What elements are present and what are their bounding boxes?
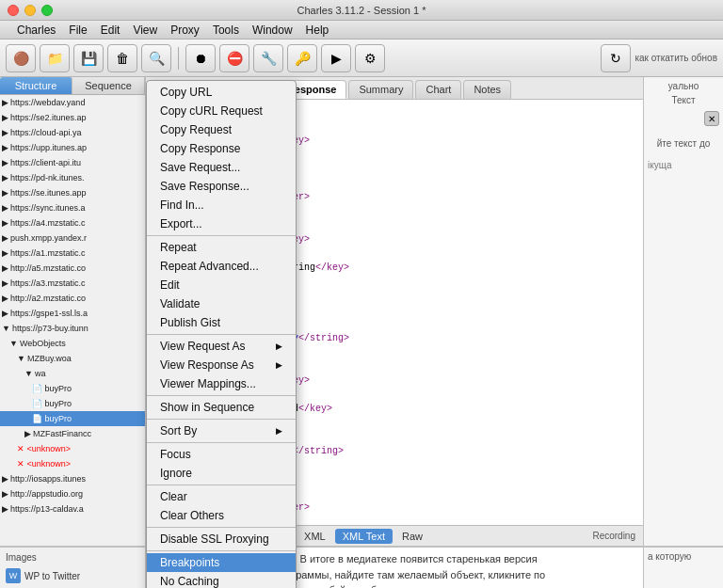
- toolbar-refresh-btn[interactable]: ↻: [601, 44, 631, 72]
- tree-item-buypro3[interactable]: 📄 buyPro: [0, 411, 145, 426]
- menu-window[interactable]: Window: [247, 24, 298, 37]
- tree-item-buypro1[interactable]: 📄 buyPro: [0, 381, 145, 396]
- tree-item-webdav[interactable]: ▶https://webdav.yand: [0, 95, 145, 110]
- close-panel-btn[interactable]: ✕: [704, 111, 719, 126]
- toolbar-sep1: [178, 47, 179, 70]
- window-title: Charles 3.11.2 - Session 1 *: [297, 5, 426, 16]
- format-xml-text[interactable]: XML Text: [335, 529, 393, 544]
- ctx-copy-response[interactable]: Copy Response: [147, 139, 296, 158]
- ctx-focus[interactable]: Focus: [147, 445, 296, 464]
- ctx-sep2: [147, 334, 296, 335]
- tree-item-p73[interactable]: ▼https://p73-buy.itunn: [0, 321, 145, 336]
- ctx-sort-by[interactable]: Sort By ▶: [147, 421, 296, 440]
- bottom-left: Images W WP to Twitter Свернуть меню: [0, 548, 146, 588]
- format-xml[interactable]: XML: [297, 529, 333, 544]
- tab-structure[interactable]: Structure: [0, 77, 72, 94]
- ctx-save-request[interactable]: Save Request...: [147, 158, 296, 177]
- ctx-sep6: [147, 485, 296, 485]
- ctx-clear[interactable]: Clear: [147, 487, 296, 506]
- tree-item-mzfast[interactable]: ▶MZFastFinancc: [0, 426, 145, 441]
- ctx-no-caching[interactable]: No Caching: [147, 572, 296, 588]
- tree-item-gspe[interactable]: ▶https://gspe1-ssl.ls.a: [0, 306, 145, 321]
- ctx-clear-others[interactable]: Clear Others: [147, 506, 296, 525]
- ctx-copy-url[interactable]: Copy URL: [147, 83, 296, 102]
- toolbar-right: ↻ как откатить обнов: [601, 44, 717, 72]
- menu-help[interactable]: Help: [300, 24, 335, 37]
- menu-tools[interactable]: Tools: [207, 24, 245, 37]
- tree-item-upp[interactable]: ▶https://upp.itunes.ap: [0, 140, 145, 155]
- ctx-view-request-as[interactable]: View Request As ▶: [147, 337, 296, 356]
- close-button[interactable]: [8, 5, 19, 16]
- ctx-validate[interactable]: Validate: [147, 294, 296, 313]
- minimize-button[interactable]: [24, 5, 36, 16]
- ctx-copy-curl[interactable]: Copy cURL Request: [147, 102, 296, 120]
- tree-item-iosapps[interactable]: ▶http://iosapps.itunes: [0, 471, 145, 486]
- tree-item-a5[interactable]: ▶http://a5.mzstatic.co: [0, 261, 145, 276]
- tree-item-unknown2[interactable]: ✕ <unknown>: [0, 456, 145, 471]
- tree-item-client[interactable]: ▶https://client-api.itu: [0, 155, 145, 170]
- ctx-disable-ssl[interactable]: Disable SSL Proxying: [147, 530, 296, 548]
- tree-item-wa[interactable]: ▼wa: [0, 366, 145, 381]
- ctx-viewer-mappings[interactable]: Viewer Mappings...: [147, 374, 296, 393]
- tree-item-p13[interactable]: ▶https://p13-caldav.a: [0, 501, 145, 516]
- ctx-edit[interactable]: Edit: [147, 276, 296, 294]
- ctx-sep7: [147, 527, 296, 528]
- bottom-left-images: Images: [4, 550, 141, 564]
- tree-item-pd[interactable]: ▶https://pd-nk.itunes.: [0, 170, 145, 185]
- tree-item-se[interactable]: ▶https://se.itunes.app: [0, 185, 145, 200]
- menu-view[interactable]: View: [127, 24, 163, 37]
- toolbar-play-btn[interactable]: ▶: [321, 44, 351, 72]
- toolbar-open-btn[interactable]: 📁: [40, 44, 70, 72]
- tab-summary[interactable]: Summary: [348, 80, 413, 99]
- toolbar-clear-btn[interactable]: 🗑: [107, 44, 137, 72]
- tree-item-mzbuy[interactable]: ▼MZBuy.woa: [0, 351, 145, 366]
- far-right-label2: Текст: [648, 95, 719, 105]
- wp-twitter-icon: W: [6, 568, 21, 583]
- tree-container[interactable]: ▶https://webdav.yand ▶https://se2.itunes…: [0, 95, 145, 546]
- tree-item-push[interactable]: ▶push.xmpp.yandex.r: [0, 230, 145, 246]
- tree-item-sync[interactable]: ▶https://sync.itunes.a: [0, 200, 145, 215]
- toolbar-record-btn[interactable]: 🟤: [6, 44, 36, 72]
- toolbar-key-btn[interactable]: 🔑: [287, 44, 317, 72]
- ctx-export[interactable]: Export...: [147, 215, 296, 233]
- toolbar-ssl-btn[interactable]: 🔧: [253, 44, 283, 72]
- menu-charles[interactable]: Charles: [11, 24, 61, 37]
- tab-sequence[interactable]: Sequence: [72, 77, 145, 94]
- ctx-ignore[interactable]: Ignore: [147, 464, 296, 483]
- tree-item-a4[interactable]: ▶https://a4.mzstatic.c: [0, 215, 145, 230]
- tab-notes[interactable]: Notes: [463, 80, 511, 99]
- format-raw[interactable]: Raw: [394, 529, 430, 544]
- ctx-repeat-advanced[interactable]: Repeat Advanced...: [147, 257, 296, 276]
- toolbar-stop-btn[interactable]: ⛔: [219, 44, 249, 72]
- toolbar-save-btn[interactable]: 💾: [73, 44, 104, 72]
- ctx-find-in[interactable]: Find In...: [147, 196, 296, 215]
- tree-item-a3[interactable]: ▶https://a3.mzstatic.c: [0, 276, 145, 291]
- menu-file[interactable]: File: [63, 24, 92, 37]
- far-right-placeholder: йте текст до: [657, 138, 711, 149]
- ctx-view-response-as[interactable]: View Response As ▶: [147, 356, 296, 374]
- tree-item-cloud[interactable]: ▶https://cloud-api.ya: [0, 125, 145, 140]
- ctx-breakpoints[interactable]: Breakpoints: [147, 553, 296, 572]
- tree-item-a2[interactable]: ▶http://a2.mzstatic.co: [0, 291, 145, 306]
- tree-item-se2[interactable]: ▶https://se2.itunes.ap: [0, 110, 145, 125]
- tree-item-appstudio[interactable]: ▶http://appstudio.org: [0, 486, 145, 501]
- ctx-save-response[interactable]: Save Response...: [147, 177, 296, 196]
- menu-proxy[interactable]: Proxy: [165, 24, 205, 37]
- ctx-sep4: [147, 419, 296, 420]
- toolbar-search-btn[interactable]: 🔍: [141, 44, 171, 72]
- toolbar-settings-btn[interactable]: ⚙: [355, 44, 385, 72]
- panel-tabs: Structure Sequence: [0, 77, 145, 95]
- menu-edit[interactable]: Edit: [95, 24, 126, 37]
- maximize-button[interactable]: [41, 5, 53, 16]
- tree-item-buypro2[interactable]: 📄 buyPro: [0, 396, 145, 411]
- tree-item-webobjects[interactable]: ▼WebObjects: [0, 336, 145, 351]
- toolbar-record2-btn[interactable]: ⏺: [185, 44, 216, 72]
- ctx-show-sequence[interactable]: Show in Sequence: [147, 398, 296, 417]
- ctx-repeat[interactable]: Repeat: [147, 238, 296, 257]
- context-menu: Copy URL Copy cURL Request Copy Request …: [146, 80, 297, 588]
- tree-item-unknown1[interactable]: ✕ <unknown>: [0, 441, 145, 456]
- ctx-publish-gist[interactable]: Publish Gist: [147, 313, 296, 332]
- tree-item-a1[interactable]: ▶https://a1.mzstatic.c: [0, 246, 145, 261]
- ctx-copy-request[interactable]: Copy Request: [147, 120, 296, 139]
- tab-chart[interactable]: Chart: [415, 80, 461, 99]
